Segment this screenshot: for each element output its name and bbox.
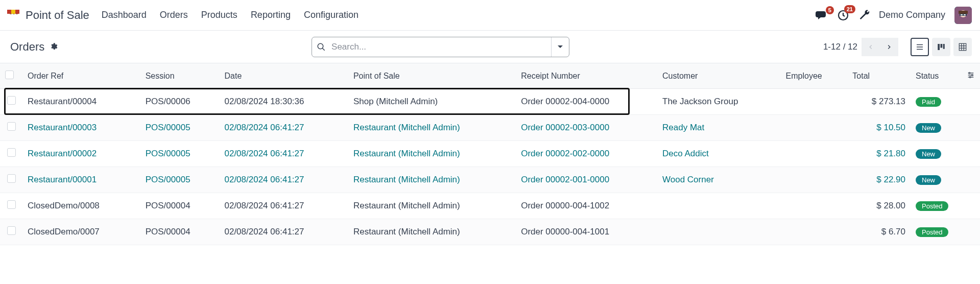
cell-order-ref[interactable]: Restaurant/00001 bbox=[22, 167, 140, 193]
cell-total: $ 21.80 bbox=[847, 141, 911, 167]
header-total[interactable]: Total bbox=[847, 63, 911, 89]
cell-total: $ 22.90 bbox=[847, 167, 911, 193]
pivot-icon bbox=[958, 42, 967, 52]
nav-products[interactable]: Products bbox=[201, 10, 237, 20]
chevron-left-icon bbox=[867, 43, 874, 51]
orders-table-wrap: Order Ref Session Date Point of Sale Rec… bbox=[0, 63, 980, 245]
header-pos[interactable]: Point of Sale bbox=[348, 63, 516, 89]
cell-status: New bbox=[911, 141, 962, 167]
header-status[interactable]: Status bbox=[911, 63, 962, 89]
brand-title: Point of Sale bbox=[26, 9, 89, 22]
pager-prev-button[interactable] bbox=[862, 38, 880, 56]
row-checkbox[interactable] bbox=[7, 174, 16, 183]
list-controls: 1-12 / 12 bbox=[823, 38, 972, 56]
status-badge: New bbox=[916, 149, 941, 159]
header-order-ref[interactable]: Order Ref bbox=[22, 63, 140, 89]
cell-receipt[interactable]: Order 00002-002-0000 bbox=[516, 141, 657, 167]
row-checkbox[interactable] bbox=[7, 200, 16, 209]
search-options-button[interactable] bbox=[552, 44, 569, 50]
cell-customer[interactable]: The Jackson Group bbox=[657, 89, 781, 115]
status-badge: New bbox=[916, 175, 941, 185]
nav-configuration[interactable]: Configuration bbox=[304, 10, 358, 20]
table-row[interactable]: Restaurant/00001POS/0000502/08/2024 06:4… bbox=[0, 167, 980, 193]
cell-session[interactable]: POS/00005 bbox=[140, 167, 220, 193]
cell-receipt[interactable]: Order 00002-001-0000 bbox=[516, 167, 657, 193]
row-checkbox-cell bbox=[0, 141, 22, 167]
header-employee[interactable]: Employee bbox=[781, 63, 848, 89]
nav-reporting[interactable]: Reporting bbox=[251, 10, 291, 20]
cell-session[interactable]: POS/00005 bbox=[140, 141, 220, 167]
cell-pos[interactable]: Restaurant (Mitchell Admin) bbox=[348, 141, 516, 167]
header-date[interactable]: Date bbox=[219, 63, 348, 89]
brand[interactable]: Point of Sale bbox=[6, 9, 89, 22]
svg-rect-8 bbox=[961, 14, 963, 15]
cell-session[interactable]: POS/00004 bbox=[140, 219, 220, 245]
avatar-icon bbox=[954, 7, 972, 24]
cell-receipt[interactable]: Order 00000-004-1002 bbox=[516, 193, 657, 219]
header-checkbox-cell bbox=[0, 63, 22, 89]
cell-pos[interactable]: Restaurant (Mitchell Admin) bbox=[348, 193, 516, 219]
row-checkbox[interactable] bbox=[7, 226, 16, 235]
row-checkbox[interactable] bbox=[7, 122, 16, 131]
cell-employee bbox=[781, 141, 848, 167]
table-row[interactable]: ClosedDemo/0007POS/0000402/08/2024 06:41… bbox=[0, 219, 980, 245]
cell-pos[interactable]: Restaurant (Mitchell Admin) bbox=[348, 219, 516, 245]
cell-customer[interactable]: Wood Corner bbox=[657, 167, 781, 193]
cell-date[interactable]: 02/08/2024 06:41:27 bbox=[219, 219, 348, 245]
select-all-checkbox[interactable] bbox=[5, 70, 14, 79]
cell-receipt[interactable]: Order 00002-003-0000 bbox=[516, 115, 657, 141]
cell-order-ref[interactable]: Restaurant/00002 bbox=[22, 141, 140, 167]
cell-order-ref[interactable]: Restaurant/00003 bbox=[22, 115, 140, 141]
cell-receipt[interactable]: Order 00000-004-1001 bbox=[516, 219, 657, 245]
header-column-options[interactable] bbox=[962, 63, 980, 89]
svg-rect-16 bbox=[941, 44, 943, 48]
cell-pos[interactable]: Restaurant (Mitchell Admin) bbox=[348, 167, 516, 193]
cell-customer[interactable] bbox=[657, 219, 781, 245]
nav-dashboard[interactable]: Dashboard bbox=[102, 10, 147, 20]
header-customer[interactable]: Customer bbox=[657, 63, 781, 89]
cell-session[interactable]: POS/00005 bbox=[140, 115, 220, 141]
cell-date[interactable]: 02/08/2024 06:41:27 bbox=[219, 115, 348, 141]
table-row[interactable]: Restaurant/00003POS/0000502/08/2024 06:4… bbox=[0, 115, 980, 141]
table-row[interactable]: Restaurant/00002POS/0000502/08/2024 06:4… bbox=[0, 141, 980, 167]
view-list-button[interactable] bbox=[911, 38, 929, 56]
user-avatar[interactable] bbox=[954, 7, 972, 24]
search-input[interactable] bbox=[330, 41, 551, 53]
svg-rect-9 bbox=[964, 14, 966, 15]
cell-total: $ 28.00 bbox=[847, 193, 911, 219]
cell-session[interactable]: POS/00004 bbox=[140, 193, 220, 219]
header-session[interactable]: Session bbox=[140, 63, 220, 89]
cell-order-ref[interactable]: ClosedDemo/0008 bbox=[22, 193, 140, 219]
cell-pos[interactable]: Restaurant (Mitchell Admin) bbox=[348, 115, 516, 141]
nav-orders[interactable]: Orders bbox=[160, 10, 188, 20]
row-checkbox[interactable] bbox=[7, 148, 16, 157]
cell-order-ref[interactable]: ClosedDemo/0007 bbox=[22, 219, 140, 245]
activities-button[interactable]: 21 bbox=[837, 9, 849, 21]
cell-date[interactable]: 02/08/2024 06:41:27 bbox=[219, 193, 348, 219]
debug-button[interactable] bbox=[858, 9, 870, 22]
company-switcher[interactable]: Demo Company bbox=[879, 10, 945, 20]
view-kanban-button[interactable] bbox=[932, 38, 950, 56]
cell-date[interactable]: 02/08/2024 06:41:27 bbox=[219, 141, 348, 167]
page-settings-button[interactable] bbox=[50, 40, 58, 54]
row-highlight-box bbox=[4, 88, 630, 115]
pager-next-button[interactable] bbox=[880, 38, 898, 56]
svg-rect-6 bbox=[959, 11, 968, 14]
svg-rect-18 bbox=[959, 43, 966, 51]
wrench-icon bbox=[858, 9, 870, 20]
search-icon bbox=[312, 42, 330, 52]
svg-line-11 bbox=[322, 48, 325, 51]
table-header-row: Order Ref Session Date Point of Sale Rec… bbox=[0, 63, 980, 89]
table-row[interactable]: ClosedDemo/0008POS/0000402/08/2024 06:41… bbox=[0, 193, 980, 219]
cell-status: New bbox=[911, 167, 962, 193]
cell-customer[interactable]: Ready Mat bbox=[657, 115, 781, 141]
svg-rect-0 bbox=[7, 10, 11, 14]
cell-customer[interactable] bbox=[657, 193, 781, 219]
messages-button[interactable]: 5 bbox=[816, 10, 828, 20]
header-receipt[interactable]: Receipt Number bbox=[516, 63, 657, 89]
cell-date[interactable]: 02/08/2024 06:41:27 bbox=[219, 167, 348, 193]
view-pivot-button[interactable] bbox=[953, 38, 972, 56]
kanban-icon bbox=[937, 42, 946, 52]
cell-customer[interactable]: Deco Addict bbox=[657, 141, 781, 167]
cell-status: New bbox=[911, 115, 962, 141]
